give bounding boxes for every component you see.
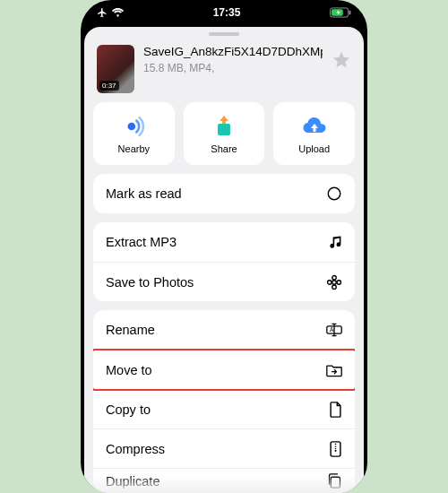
svg-rect-2: [349, 11, 351, 15]
compress-label: Compress: [106, 442, 165, 456]
compress-row[interactable]: Compress: [93, 428, 355, 468]
document-icon: [329, 402, 342, 418]
svg-rect-4: [218, 124, 230, 135]
sheet-grabber[interactable]: [209, 32, 239, 36]
move-to-label: Move to: [106, 363, 152, 377]
svg-point-8: [332, 285, 337, 290]
nearby-button[interactable]: Nearby: [93, 102, 175, 165]
wifi-icon: [112, 8, 124, 17]
share-button[interactable]: Share: [184, 102, 265, 165]
copy-to-row[interactable]: Copy to: [93, 389, 355, 428]
mark-as-read-row[interactable]: Mark as read: [93, 174, 355, 213]
share-icon: [213, 114, 235, 139]
nearby-icon: [122, 114, 145, 139]
rename-icon: A: [326, 323, 342, 337]
upload-icon: [302, 114, 327, 139]
status-bar: 17:35: [81, 0, 367, 25]
svg-point-16: [334, 449, 336, 451]
file-header: 0:37 SaveIG_An8kzFi5X14D7DDhXMphRfwQ_Dte…: [84, 43, 364, 102]
svg-point-10: [337, 280, 341, 284]
upload-label: Upload: [298, 143, 330, 154]
copy-to-label: Copy to: [106, 402, 151, 417]
duplicate-icon: [327, 473, 342, 489]
airplane-icon: [97, 7, 108, 18]
clock: 17:35: [213, 6, 241, 19]
move-to-row[interactable]: Move to: [93, 350, 355, 389]
duration-badge: 0:37: [99, 81, 119, 91]
share-label: Share: [211, 143, 237, 154]
svg-point-3: [128, 122, 136, 130]
svg-point-6: [332, 280, 337, 284]
video-thumbnail[interactable]: 0:37: [97, 45, 134, 93]
upload-button[interactable]: Upload: [273, 102, 355, 165]
photos-icon: [326, 274, 342, 290]
rename-row[interactable]: Rename A: [93, 310, 355, 350]
rename-label: Rename: [106, 323, 155, 337]
nearby-label: Nearby: [118, 143, 150, 154]
folder-arrow-icon: [326, 363, 342, 377]
svg-text:A: A: [330, 326, 334, 333]
svg-point-5: [328, 187, 340, 200]
svg-point-7: [332, 275, 337, 280]
save-to-photos-label: Save to Photos: [106, 275, 194, 290]
svg-rect-17: [331, 477, 340, 488]
duplicate-row[interactable]: Duplicate: [93, 468, 355, 493]
favorite-button[interactable]: [332, 45, 351, 74]
battery-icon: [330, 7, 351, 18]
music-note-icon: [328, 235, 342, 249]
save-to-photos-row[interactable]: Save to Photos: [93, 262, 355, 301]
extract-mp3-row[interactable]: Extract MP3: [93, 222, 355, 262]
file-name: SaveIG_An8kzFi5X14D7DDhXMphRfwQ_DteM6vka…: [143, 45, 323, 60]
circle-icon: [326, 186, 342, 202]
extract-mp3-label: Extract MP3: [106, 235, 177, 249]
svg-point-9: [328, 280, 332, 284]
file-meta: 15.8 MB, MP4,: [143, 62, 323, 74]
duplicate-label: Duplicate: [106, 474, 159, 489]
action-sheet: 0:37 SaveIG_An8kzFi5X14D7DDhXMphRfwQ_Dte…: [84, 27, 364, 493]
zip-icon: [329, 441, 342, 457]
mark-as-read-label: Mark as read: [106, 186, 182, 201]
